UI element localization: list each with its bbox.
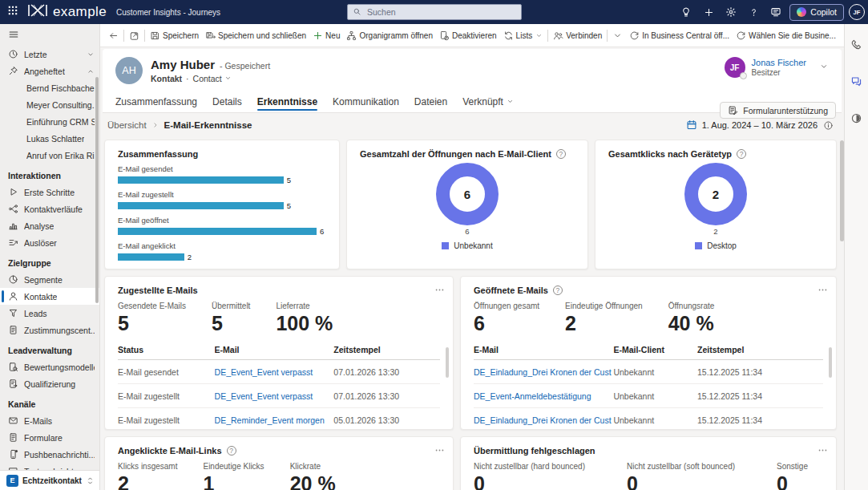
owner-name-link[interactable]: Jonas Fischer (752, 58, 806, 67)
deactivate-button[interactable]: Deaktivieren (436, 26, 500, 45)
phone-icon[interactable] (848, 35, 866, 53)
email-link[interactable]: DE_Event_Event verpasst (215, 367, 334, 377)
column-header[interactable]: E-Mail-Client (613, 345, 697, 354)
sidebar-section-header: Interaktionen (0, 164, 99, 184)
more-options-icon[interactable] (816, 443, 830, 457)
email-link[interactable]: DE_Event_Event verpasst (215, 391, 334, 401)
tab-dateien[interactable]: Dateien (414, 91, 447, 112)
email-link[interactable]: DE_Einladung_Drei Kronen der Cust (474, 367, 613, 377)
sidebar-item-pinned[interactable]: Angeheftet (0, 63, 99, 79)
save-and-close-button[interactable]: Speichern und schließen (202, 26, 309, 45)
date-range-picker[interactable]: 1. Aug. 2024 – 10. März 2026 (686, 119, 818, 131)
sidebar-item-pinned-record[interactable]: Lukas Schlatter (0, 130, 99, 147)
sidebar-scrollbar[interactable] (95, 77, 99, 303)
header-fields-chevron-icon[interactable] (819, 62, 829, 71)
tab-verkn-pft[interactable]: Verknüpft (462, 91, 514, 112)
lists-button[interactable]: Lists (500, 26, 547, 45)
back-button[interactable] (105, 26, 122, 45)
sidebar-item-journeys[interactable]: Kontaktverläufe (0, 200, 99, 217)
command-label: Speichern und schließen (218, 31, 306, 40)
email-link[interactable]: DE_Einladung_Drei Kronen der Cust (474, 415, 613, 425)
form-icon (8, 432, 18, 443)
info-icon[interactable] (823, 120, 834, 131)
kpi-delivered-0: Gesendete E-Mails5 (118, 302, 186, 334)
sidebar-item-contacts[interactable]: Kontakte (0, 288, 99, 305)
column-header[interactable]: Zeitstempel (333, 345, 440, 354)
kpi-label: Öffnungsrate (668, 302, 715, 310)
content-scrollbar[interactable] (840, 140, 844, 241)
command-divider (123, 30, 124, 42)
email-link[interactable]: DE_Reminder_Event morgen (215, 415, 334, 425)
settings-gear-icon[interactable] (722, 3, 740, 21)
help-icon[interactable] (553, 285, 563, 295)
new-button[interactable]: Neu (309, 26, 343, 45)
quick-create-plus-icon[interactable] (700, 3, 717, 21)
more-options-icon[interactable] (433, 283, 446, 297)
area-switcher[interactable]: E Echtzeitkontaktve... (0, 470, 99, 490)
form-assist-button[interactable]: Formularunterstützung (720, 102, 836, 119)
tab-erkenntnisse[interactable]: Erkenntnisse (257, 91, 317, 112)
open-org-chart-button[interactable]: Organigramm öffnen (343, 26, 436, 45)
sidebar-item-pinned-record[interactable]: Anruf von Erika Ri... (0, 147, 99, 164)
table-scrollbar[interactable] (829, 347, 832, 378)
more-options-icon[interactable] (433, 443, 446, 457)
column-header[interactable]: Status (118, 345, 215, 354)
table-scrollbar[interactable] (446, 347, 449, 378)
donut-center-value: 2 (713, 188, 719, 201)
donut-axis-label: 2 (713, 227, 717, 236)
column-header[interactable]: E-Mail (215, 345, 334, 354)
tab-kommunikation[interactable]: Kommunikation (333, 91, 399, 112)
tab-zusammenfassung[interactable]: Zusammenfassung (115, 91, 197, 112)
sidebar-item-get-started[interactable]: Erste Schritte (0, 184, 99, 200)
email-link[interactable]: DE_Event-Anmeldebestätigung (474, 391, 613, 401)
global-search[interactable] (347, 4, 522, 20)
sidebar-item-pinned-record[interactable]: Meyer Consulting... (0, 96, 99, 113)
copilot-button[interactable]: Copilot (789, 4, 844, 21)
sidebar-item-triggers[interactable]: Auslöser (0, 234, 99, 251)
kpi-label: Nicht zustellbar (soft bounced) (627, 462, 735, 471)
column-header[interactable]: E-Mail (474, 345, 613, 354)
feedback-icon[interactable] (767, 3, 785, 21)
app-launcher-button[interactable] (0, 0, 26, 24)
sidebar-item-analytics[interactable]: Analyse (0, 217, 99, 234)
choose-business-button[interactable]: Wählen Sie die Busine... (733, 26, 839, 45)
help-icon[interactable] (227, 446, 236, 456)
connect-button[interactable]: Verbinden (550, 26, 605, 45)
sidebar-item-pinned-record[interactable]: Einführung CRM S... (0, 113, 99, 130)
brand-logo[interactable]: example (27, 4, 107, 20)
breadcrumb-current: E-Mail-Erkenntnisse (164, 120, 252, 130)
more-options-icon[interactable] (816, 283, 830, 297)
sidebar-item-scoring-models[interactable]: Bewertungsmodelle (0, 358, 99, 375)
help-icon[interactable] (556, 149, 566, 159)
user-avatar[interactable]: JF (849, 4, 865, 20)
help-question-icon[interactable] (745, 3, 762, 21)
sidebar-item-push-notifications[interactable]: Pushbenachrichti... (0, 446, 99, 463)
sidebar-item-emails[interactable]: E-Mails (0, 412, 99, 429)
connect-dropdown-button[interactable] (609, 26, 626, 45)
dynamics-insights-icon[interactable] (848, 109, 866, 127)
owner-avatar[interactable]: JF (725, 57, 745, 78)
sidebar-item-pinned-record[interactable]: Bernd Fischbacher (0, 79, 99, 96)
bar-chart: E-Mail gesendet5E-Mail zugestellt5E-Mail… (118, 164, 326, 261)
tab-details[interactable]: Details (212, 91, 242, 112)
breadcrumb-parent[interactable]: Übersicht (107, 120, 147, 130)
search-input[interactable] (365, 6, 516, 18)
chart-icon (8, 221, 18, 231)
help-icon[interactable] (737, 149, 746, 159)
bar-value-label: 2 (188, 253, 192, 261)
column-header[interactable]: Zeitstempel (697, 345, 823, 354)
popout-button[interactable] (126, 26, 143, 45)
lightbulb-icon[interactable] (677, 3, 695, 21)
sidebar-item-forms[interactable]: Formulare (0, 429, 99, 446)
sidebar-item-qualification[interactable]: Qualifizierung (0, 375, 99, 392)
more-commands-button[interactable] (839, 26, 844, 45)
save-button[interactable]: Speichern (147, 26, 202, 45)
sidebar-item-consent-center[interactable]: Zustimmungscent... (0, 322, 99, 338)
sitemap-toggle-button[interactable] (0, 26, 99, 46)
open-business-central-button[interactable]: In Business Central öff... (626, 26, 733, 45)
sidebar-item-recent[interactable]: Letzte (0, 46, 99, 63)
sidebar-item-segments[interactable]: Segmente (0, 271, 99, 288)
form-selector[interactable]: Contact (193, 74, 232, 83)
teams-chat-icon[interactable] (848, 72, 866, 90)
sidebar-item-leads[interactable]: Leads (0, 305, 99, 322)
